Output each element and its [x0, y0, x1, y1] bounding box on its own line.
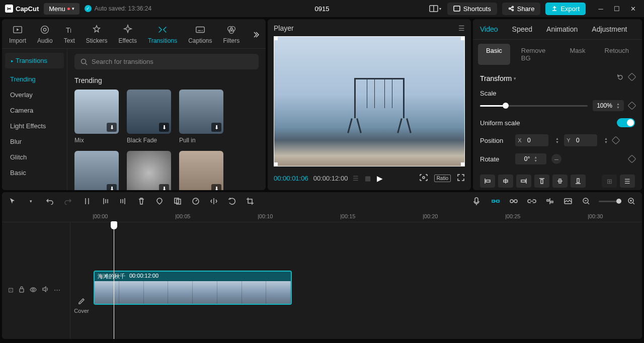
pointer-tool[interactable]	[7, 196, 18, 207]
align-center-h-button[interactable]	[498, 175, 513, 188]
grid-icon[interactable]: ▦	[365, 175, 371, 182]
download-icon[interactable]: ⬇	[107, 123, 117, 132]
crop-button[interactable]	[245, 196, 256, 207]
minimize-button[interactable]: ─	[595, 3, 607, 15]
keyframe-button[interactable]	[611, 136, 620, 145]
redo-button[interactable]	[62, 196, 73, 207]
sidebar-item-blur[interactable]: Blur	[2, 134, 67, 149]
frame-button[interactable]	[419, 174, 428, 183]
download-icon[interactable]: ⬇	[107, 184, 117, 190]
y-stepper[interactable]: ▲▼	[604, 137, 608, 144]
cover-label[interactable]: Cover	[74, 308, 89, 314]
rotate-input[interactable]: 0°▲▼	[515, 153, 546, 164]
align-center-v-button[interactable]	[552, 175, 568, 188]
nav-tab-effects[interactable]: Effects	[113, 22, 141, 48]
transition-pullin[interactable]: ⬇Pull in	[179, 90, 223, 144]
zoom-slider[interactable]	[599, 201, 619, 202]
menu-button[interactable]: Menu ▾	[44, 3, 79, 15]
keyframe-button[interactable]	[628, 155, 636, 163]
magnet-button[interactable]	[490, 196, 501, 207]
video-viewport[interactable]	[274, 36, 465, 166]
uniform-toggle[interactable]	[617, 118, 635, 127]
sidebar-item-glitch[interactable]: Glitch	[2, 149, 67, 165]
position-y-input[interactable]: Y0	[564, 134, 597, 146]
collapse-icon[interactable]: ⊡	[8, 286, 14, 294]
scale-slider[interactable]	[480, 105, 588, 107]
tab-speed[interactable]: Speed	[505, 19, 539, 39]
sidebar-item-trending[interactable]: Trending	[2, 71, 67, 87]
transition-mix[interactable]: ⬇Mix	[74, 90, 119, 144]
rotate-dial[interactable]: –	[551, 154, 561, 164]
close-button[interactable]: ✕	[627, 3, 639, 15]
x-stepper[interactable]: ▲▼	[555, 137, 559, 144]
list-icon[interactable]: ☰	[353, 175, 359, 182]
sidebar-item-overlay[interactable]: Overlay	[2, 87, 67, 103]
nav-tab-filters[interactable]: Filters	[218, 22, 245, 48]
tab-adjustment[interactable]: Adjustment	[585, 19, 634, 39]
transition-item[interactable]: ⬇	[179, 151, 223, 190]
tab-animation[interactable]: Animation	[539, 19, 585, 39]
record-button[interactable]	[471, 196, 482, 207]
player-menu-button[interactable]: ☰	[458, 24, 465, 32]
maximize-button[interactable]: ☐	[611, 3, 623, 15]
edit-icon[interactable]	[78, 298, 85, 306]
download-icon[interactable]: ⬇	[211, 123, 221, 132]
speed-button[interactable]	[190, 196, 201, 207]
sidebar-item-camera[interactable]: Camera	[2, 103, 67, 118]
sidebar-title[interactable]: ▸Transitions	[5, 53, 64, 68]
timeline-ruler[interactable]: |00:00 |00:05 |00:10 |00:15 |00:20 |00:2…	[2, 210, 642, 222]
zoom-fit-button[interactable]	[626, 196, 637, 207]
subtab-mask[interactable]: Mask	[562, 44, 594, 65]
nav-tab-captions[interactable]: Captions	[183, 22, 217, 48]
mirror-button[interactable]	[208, 196, 219, 207]
subtab-retouch[interactable]: Retouch	[597, 44, 637, 65]
distribute-button[interactable]: ⊞	[602, 175, 617, 188]
sidebar-item-lighteffects[interactable]: Light Effects	[2, 118, 67, 134]
shortcuts-button[interactable]: Shortcuts	[447, 3, 497, 15]
trim-left-button[interactable]	[100, 196, 111, 207]
download-icon[interactable]: ⬇	[159, 123, 169, 132]
nav-more-button[interactable]	[248, 27, 264, 44]
trim-right-button[interactable]	[118, 196, 129, 207]
keyframe-button[interactable]	[628, 73, 636, 81]
subtab-removebg[interactable]: Remove BG	[513, 44, 559, 65]
nav-tab-transitions[interactable]: Transitions	[143, 22, 182, 48]
share-button[interactable]: Share	[502, 3, 541, 15]
transition-item[interactable]: ⬇	[127, 151, 171, 190]
zoom-out-button[interactable]	[581, 196, 592, 207]
transition-item[interactable]: ⬇	[74, 151, 119, 190]
nav-tab-stickers[interactable]: Stickers	[81, 22, 113, 48]
split-button[interactable]	[82, 196, 93, 207]
video-clip[interactable]: 海滩的秋千 00:00:12:00	[94, 271, 292, 305]
more-icon[interactable]: ⋯	[54, 286, 60, 294]
subtab-basic[interactable]: Basic	[478, 44, 510, 65]
undo-button[interactable]	[44, 196, 55, 207]
ratio-button[interactable]: Ratio	[434, 175, 451, 182]
nav-tab-import[interactable]: Import	[4, 22, 31, 48]
download-icon[interactable]: ⬇	[211, 184, 221, 190]
playhead[interactable]	[114, 222, 114, 339]
visibility-icon[interactable]	[30, 286, 37, 294]
lock-icon[interactable]	[19, 286, 25, 294]
align-clips-button[interactable]	[544, 196, 555, 207]
align-left-button[interactable]	[480, 175, 495, 188]
align-bottom-button[interactable]	[571, 175, 586, 188]
layout-button[interactable]: ▾	[428, 2, 442, 16]
play-button[interactable]: ▶	[377, 174, 383, 183]
link-preview-button[interactable]	[508, 196, 519, 207]
align-right-button[interactable]	[516, 175, 531, 188]
position-x-input[interactable]: X0	[515, 134, 548, 146]
align-top-button[interactable]	[534, 175, 549, 188]
mute-icon[interactable]	[42, 286, 49, 294]
track-area[interactable]: 海滩的秋千 00:00:12:00	[93, 222, 642, 339]
sidebar-item-basic[interactable]: Basic	[2, 165, 67, 181]
nav-tab-audio[interactable]: Audio	[32, 22, 58, 48]
fullscreen-button[interactable]	[457, 174, 465, 183]
nav-tab-text[interactable]: TIText	[59, 22, 80, 48]
more-button[interactable]: ☰	[620, 175, 635, 188]
reset-button[interactable]	[617, 74, 624, 82]
tab-video[interactable]: Video	[473, 19, 505, 39]
chevron-down-icon[interactable]: ▾	[514, 76, 516, 81]
download-icon[interactable]: ⬇	[159, 184, 169, 190]
duplicate-button[interactable]	[172, 196, 183, 207]
